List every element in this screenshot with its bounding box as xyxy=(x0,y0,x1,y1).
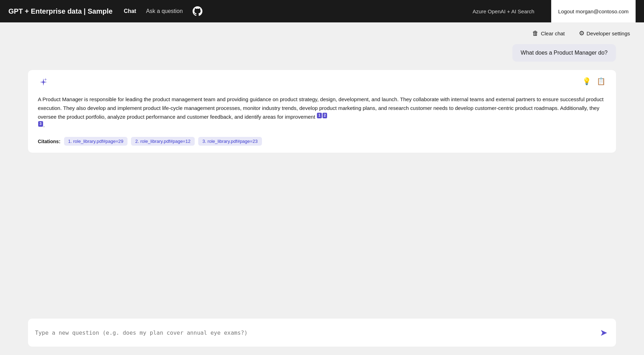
toolbar: 🗑 Clear chat ⚙ Developer settings xyxy=(0,22,644,44)
citation-chip-3[interactable]: 3. role_library.pdf#page=23 xyxy=(198,137,262,146)
ai-sparkle-icon xyxy=(38,77,49,90)
period: . xyxy=(43,122,45,128)
clear-chat-button[interactable]: 🗑 Clear chat xyxy=(529,28,567,39)
lightbulb-button[interactable]: 💡 xyxy=(582,77,592,85)
chat-area: What does a Product Manager do? 💡 📋 A xyxy=(0,44,644,319)
citation-ref-2[interactable]: 2 xyxy=(323,113,327,118)
logout-button[interactable]: Logout morgan@contoso.com xyxy=(551,0,636,22)
citation-ref-3[interactable]: 3 xyxy=(38,121,43,127)
chat-input[interactable] xyxy=(35,329,594,336)
trash-icon: 🗑 xyxy=(532,30,539,37)
ai-message-body: A Product Manager is responsible for lea… xyxy=(38,95,606,130)
nav-ask-question[interactable]: Ask a question xyxy=(146,8,183,14)
gear-icon: ⚙ xyxy=(579,29,584,37)
app-header: GPT + Enterprise data | Sample Chat Ask … xyxy=(0,0,644,22)
azure-label: Azure OpenAI + AI Search xyxy=(472,8,534,14)
citation-chip-3-text: 3. role_library.pdf#page=23 xyxy=(202,139,258,144)
citation-chip-2-text: 2. role_library.pdf#page=12 xyxy=(135,139,191,144)
clipboard-icon: 📋 xyxy=(597,77,605,85)
nav-chat[interactable]: Chat xyxy=(124,8,136,14)
main-nav: Chat Ask a question Azure OpenAI + AI Se… xyxy=(124,6,534,16)
input-container: ➤ xyxy=(28,319,616,347)
citations-row: Citations: 1. role_library.pdf#page=29 2… xyxy=(38,137,606,146)
send-arrow-icon: ➤ xyxy=(600,328,608,337)
ai-message-header: 💡 📋 xyxy=(38,77,606,90)
clipboard-button[interactable]: 📋 xyxy=(596,77,606,85)
app-title: GPT + Enterprise data | Sample xyxy=(8,7,112,15)
user-message: What does a Product Manager do? xyxy=(512,44,616,62)
ai-message-actions: 💡 📋 xyxy=(582,77,606,85)
citations-label: Citations: xyxy=(38,139,61,144)
citation-chip-1[interactable]: 1. role_library.pdf#page=29 xyxy=(64,137,128,146)
lightbulb-icon: 💡 xyxy=(582,77,591,85)
developer-settings-label: Developer settings xyxy=(587,30,630,36)
user-message-container: What does a Product Manager do? xyxy=(28,44,616,62)
send-button[interactable]: ➤ xyxy=(598,327,609,339)
citation-chip-2[interactable]: 2. role_library.pdf#page=12 xyxy=(131,137,195,146)
github-icon[interactable] xyxy=(193,6,202,16)
developer-settings-button[interactable]: ⚙ Developer settings xyxy=(576,28,633,39)
clear-chat-label: Clear chat xyxy=(541,30,565,36)
ai-message-container: 💡 📋 A Product Manager is responsible for… xyxy=(28,70,616,153)
citation-ref-1[interactable]: 1 xyxy=(317,113,322,118)
user-message-text: What does a Product Manager do? xyxy=(521,50,608,56)
citation-chip-1-text: 1. role_library.pdf#page=29 xyxy=(68,139,124,144)
